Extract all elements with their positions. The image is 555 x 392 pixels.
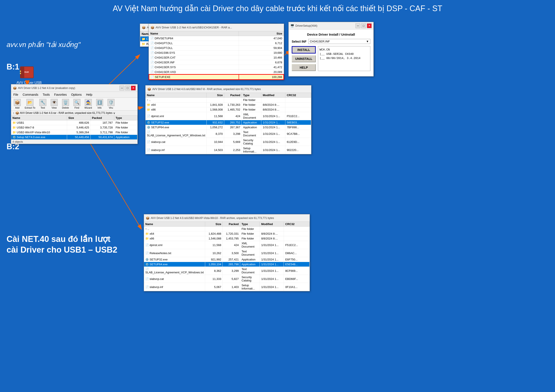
usb2-winxp-table: NameSizePackedTypeModifiedCRC32 ↑ .. Fil…: [144, 222, 310, 291]
win-usb2-win78: 📦 AVV Driver USB 1-2 Net 4.0.ra\USB2-Win…: [145, 85, 311, 154]
table-row[interactable]: ⚙️ Setup NET4.0.exe.exe 50,449,456 50,43…: [11, 135, 138, 140]
rar-main-statusbar: 4 objects: [11, 140, 138, 144]
toolbar-btn-view[interactable]: 👁️View: [49, 99, 59, 109]
table-row[interactable]: 📄 SETUP.EXE100,288: [149, 74, 284, 80]
toolbar-btn-wizard[interactable]: 🧙Wizard: [83, 99, 93, 109]
table-row[interactable]: 📄 slabvcp.inf 5,067 1,403 Setup Informat…: [144, 283, 310, 291]
table-row[interactable]: 📁 USB1 488,626 187,787 File folder: [11, 120, 138, 125]
table-row[interactable]: 📁 x64 1,841,928 1,730,263 File folder 8/…: [146, 102, 311, 107]
win-usb1-ch341ser-titlebar: 📦 AVV Driver USB 1-2 Net 4.0.rar\USB1\CH…: [149, 24, 284, 31]
table-row[interactable]: 📄 CH341PT.DLL 59,904: [149, 46, 284, 51]
win-driver-close-btn[interactable]: ✕: [367, 23, 372, 28]
win-driver-setup-title: DriverSetup(X64): [295, 24, 317, 27]
menu-item-commands[interactable]: Commands: [21, 92, 41, 97]
table-row[interactable]: 📄 CH341SER.SYS 41,472: [149, 65, 284, 70]
win-usb2-winxp-titlebar: 📦 AVV Driver USB 1-2 Net 4.0.ra\USB2-Win…: [144, 214, 310, 222]
table-row[interactable]: ↑ .. File folder: [144, 227, 310, 231]
win-driver-maximize-btn[interactable]: □: [361, 23, 366, 28]
label-b1: B:1: [7, 62, 19, 72]
toolbar-btn-info[interactable]: ℹ️Info: [95, 99, 104, 109]
menu-item-file[interactable]: File: [11, 92, 21, 97]
toolbar-btn-viru[interactable]: 🛡️Viru: [106, 99, 116, 109]
page-title: AV Việt Nam hướng dẫn cài Driver cho dây…: [0, 0, 555, 15]
table-row[interactable]: 📄 SLAB_License_Agreement_VCP_Windows.txt…: [146, 130, 311, 138]
svg-rect-1: [20, 67, 24, 78]
table-row[interactable]: ↑ .. File folder: [146, 98, 311, 102]
win-rar-close-btn[interactable]: ✕: [131, 86, 136, 90]
win-driver-setup-titlebar: 🖥️ DriverSetup(X64) ─ □ ✕: [289, 22, 373, 29]
win-driver-minimize-btn[interactable]: ─: [356, 23, 360, 28]
label-install: Cài NET.40 sau đó lần lượt cài Driver ch…: [7, 234, 117, 255]
table-row[interactable]: ⚙️ SETUP32.exe 921,992 257,421 Applicati…: [144, 257, 310, 262]
table-row[interactable]: 📄 ReleaseNotes.txt 10,262 3,500 Text Doc…: [144, 249, 310, 257]
usb2-win78-table: NameSizePackedTypeModifiedCRC32 ↑ .. Fil…: [146, 93, 311, 154]
win-rar-menubar: FileCommandsToolsFavoritesOptionsHelp: [11, 92, 138, 98]
win-usb2-win78-titlebar: 📦 AVV Driver USB 1-2 Net 4.0.ra\USB2-Win…: [146, 86, 311, 93]
table-row[interactable]: 📄 dpinst.xml 11,568 424 XML Document 1/3…: [144, 241, 310, 249]
table-row[interactable]: ⚙️ SETUP64.exe 1,058,272 267,367 Applica…: [146, 125, 311, 130]
toolbar-btn-delete[interactable]: 🗑️Delete: [61, 99, 70, 109]
label-tai-xuong: avv.vn phần "tải xuống": [7, 40, 80, 49]
svg-text:RAR: RAR: [24, 71, 29, 73]
table-row[interactable]: 📄 DRVSETUP64 47,040: [149, 36, 284, 41]
table-row[interactable]: 📁 USB2-Win7-8 5,446,425 3,735,728 File f…: [11, 125, 138, 130]
win-usb2-win78-title: AVV Driver USB 1-2 Net 4.0.ra\USB2-Win7-…: [152, 88, 261, 91]
win-rar-main-titlebar: 📦 AVV Driver USB 1-2 Net 4.0.rar (evalua…: [11, 84, 138, 92]
win-driver-setup: 🖥️ DriverSetup(X64) ─ □ ✕ Device Driver …: [288, 22, 374, 76]
toolbar-btn-add[interactable]: 📦Add: [13, 99, 22, 109]
table-row[interactable]: 📁 USB2-WinXP-Vista-Win10 5,389,264 3,711…: [11, 130, 138, 135]
ch341ser-table: NameSize 📄 DRVSETUP64 47,040 📄 CH341PT.D…: [149, 31, 284, 80]
table-row[interactable]: 📁 x86 1,546,088 1,453,795 File folder 8/…: [144, 236, 310, 241]
table-row[interactable]: 📄 slabvcp.cat 10,944 5,669 Security Cata…: [146, 138, 311, 146]
win-rar-main: 📦 AVV Driver USB 1-2 Net 4.0.rar (evalua…: [11, 84, 138, 144]
svg-rect-3: [20, 71, 21, 72]
driver-install-btn[interactable]: INSTALL: [292, 46, 316, 54]
driver-uninstall-btn[interactable]: UNINSTALL: [292, 55, 316, 62]
toolbar-btn-extract to[interactable]: 📂Extract To: [24, 99, 36, 109]
table-row[interactable]: 📄 CH341SER.INF 6,678: [149, 60, 284, 65]
win-rar-toolbar: 📦Add📂Extract To🔧Test👁️View🗑️Delete🔍Find🧙…: [11, 98, 138, 110]
menu-item-options[interactable]: Options: [69, 92, 84, 97]
svg-rect-4: [20, 73, 21, 74]
rar-file-icon[interactable]: RAR: [19, 65, 37, 82]
driver-help-btn[interactable]: HELP: [292, 64, 316, 71]
table-row[interactable]: 📄 CH341SER.CAT 10,466: [149, 55, 284, 60]
driver-select-inf-label: Select INF: [292, 40, 307, 43]
win-usb2-winxp-title: AVV Driver USB 1-2 Net 4.0.ra\USB2-WinXP…: [151, 217, 274, 220]
win-rar-maximize-btn[interactable]: □: [125, 86, 130, 90]
table-row[interactable]: 📄 CH341PT.DLL 6,712: [149, 41, 284, 46]
win-usb2-winxp: 📦 AVV Driver USB 1-2 Net 4.0.ra\USB2-Win…: [144, 214, 310, 291]
table-row[interactable]: 📄 dpinst.xml 11,568 424 XML Document 1/3…: [146, 112, 311, 120]
win-rar-addressbar: ↑ 📦 AVV Driver USB 1-2 Net 4.0.rar - RAR…: [11, 110, 138, 116]
driver-select-inf-value: CH341SER.INF: [310, 40, 330, 43]
toolbar-btn-test[interactable]: 🔧Test: [38, 99, 48, 109]
table-row[interactable]: 📁 x86 1,568,008 1,465,702 File folder 8/…: [146, 107, 311, 112]
table-row[interactable]: 📄 SLAB_License_Agreement_VCP_Windows.txt…: [144, 267, 310, 275]
table-row[interactable]: 📄 slabvcp.cat 11,333 5,827 Security Cata…: [144, 275, 310, 283]
driver-tree: WCH.CN|__ USB-SERIAL CH340|__ 08/08/2014…: [318, 46, 370, 71]
table-row[interactable]: 📁 x64 1,824,488 1,720,331 File folder 8/…: [144, 231, 310, 236]
win-usb1-ch341ser: 📦 AVV Driver USB 1-2 Net 4.0.rar\USB1\CH…: [149, 24, 284, 80]
rar-main-table: NameSizePackedType 📁 USB1 488,626 187,78…: [11, 116, 138, 140]
table-row[interactable]: ⚙️ SETUP32.exe 932,832 260,752 Applicati…: [146, 120, 311, 125]
menu-item-favorites[interactable]: Favorites: [52, 92, 69, 97]
win-rar-main-title: AVV Driver USB 1-2 Net 4.0.rar (evaluati…: [18, 87, 75, 90]
win-rar-minimize-btn[interactable]: ─: [119, 86, 124, 90]
driver-device-label: Device Driver Install / UnInstall: [292, 33, 370, 36]
menu-item-help[interactable]: Help: [84, 92, 95, 97]
toolbar-btn-find[interactable]: 🔍Find: [72, 99, 82, 109]
table-row[interactable]: ⚙️ SETUP64.exe 1,050,104 265,798 Applica…: [144, 262, 310, 267]
table-row[interactable]: 📄 CH341S98.SYS 19,680: [149, 51, 284, 55]
table-row[interactable]: 📄 CH341SER.VXD 20,089: [149, 70, 284, 75]
table-row[interactable]: 📄 slabvcp.inf 14,503 2,253 Setup Informa…: [146, 146, 311, 154]
menu-item-tools[interactable]: Tools: [40, 92, 52, 97]
